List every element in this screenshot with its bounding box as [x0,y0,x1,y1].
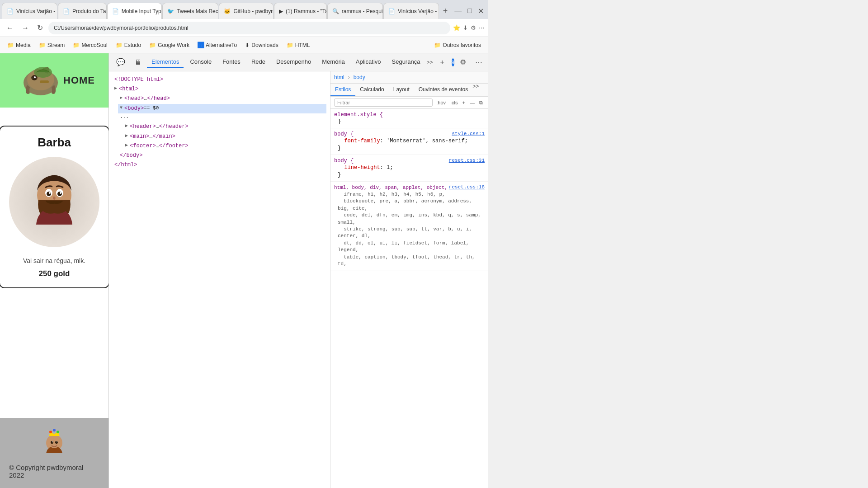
html-line-doctype[interactable]: <!DOCTYPE html> [113,75,326,84]
bookmark-outros[interactable]: 📁 Outros favoritos [430,40,485,50]
devtools-tab-memoria[interactable]: Memória [317,56,349,68]
bookmark-estudo[interactable]: 📁 Estudo [112,40,145,50]
rule-header-reset: html, body, div, span, applet, object, r… [334,184,485,191]
products-grid: Cabelo [18,126,90,288]
html-line-main[interactable]: ▶ <main> … </main> [123,132,326,141]
styles-tab-calculado[interactable]: Calculado [355,84,388,96]
devtools-tab-fontes[interactable]: Fontes [218,56,245,68]
styles-panel: html › body Estilos Calculado Layout Ouv… [330,71,488,488]
styles-tab-layout[interactable]: Layout [389,84,414,96]
address-input[interactable] [48,22,450,34]
tab-7[interactable]: 🔍 rammus - Pesquis... ✕ [327,3,383,19]
rule-selector-element: element.style { [334,112,485,118]
devtools-tab-elementos[interactable]: Elementos [147,56,184,68]
bookmark-mercosoul-icon: 📁 [73,42,80,48]
copy-style-btn[interactable]: ⧉ [477,99,485,107]
tab-3[interactable]: 📄 Mobile Input Type... ✕ [107,3,162,19]
hover-filter-btn[interactable]: :hov [434,99,448,107]
bookmark-googlework-icon: 📁 [149,42,156,48]
bookmark-media[interactable]: 📁 Media [4,40,34,50]
tab-2[interactable]: 📄 Produto do Tatu ✕ [58,3,107,19]
devtools-inspect-btn[interactable]: 💬 [113,56,129,68]
rule-closing-body-font: } [334,145,485,152]
html-line-head[interactable]: ▶ <head> … </head> [118,94,326,103]
bookmark-html-label: HTML [295,42,310,48]
html-line-body-close[interactable]: </body> [118,151,326,160]
tab-6-favicon: ▶ [279,8,283,14]
reload-button[interactable]: ↻ [34,22,46,34]
extensions-icon: ⭐ [453,24,460,31]
back-button[interactable]: ← [4,22,16,34]
rule-source-link[interactable]: style.css:1 [452,131,485,136]
styles-tabs: Estilos Calculado Layout Ouvintes de eve… [330,84,488,97]
devtools-tab-console[interactable]: Console [185,56,216,68]
devtools-more-tabs[interactable]: >> [426,59,433,66]
devtools-settings-btn[interactable]: ⚙ [456,56,470,68]
product-title-barba: Barba [38,136,71,150]
tab-8[interactable]: 📄 Vinícius Varjão - p... ✕ [383,3,439,19]
add-style-btn[interactable]: + [461,99,467,107]
styles-filter-input[interactable] [334,99,433,107]
devtools-tab-desempenho[interactable]: Desempenho [272,56,316,68]
rule-closing-body-lh: } [334,171,485,178]
tab-5[interactable]: 🐱 GitHub - pwdbym... ✕ [219,3,273,19]
html-line-dots: ··· [113,113,326,122]
forward-button[interactable]: → [19,22,32,34]
tab-1[interactable]: 📄 Vinícius Varjão - p... ✕ [2,3,57,19]
tab-7-favicon: 🔍 [332,8,339,14]
style-rule-body-font: body { style.css:1 font-family: 'Montser… [330,128,488,155]
bookmark-downloads[interactable]: ⬇ Downloads [241,40,282,50]
rule-source-link-reset[interactable]: reset.css:31 [449,158,485,163]
class-filter-btn[interactable]: .cls [448,99,460,107]
style-rule-body-lh: body { reset.css:31 line-height: 1; } [330,155,488,182]
arrow-icon: ▶ [125,132,128,140]
new-tab-button[interactable]: + [439,5,452,18]
devtools-device-btn[interactable]: 🖥 [131,56,145,68]
rule-closing-element: } [334,118,485,125]
tab-2-favicon: 📄 [63,8,70,14]
minimize-button[interactable]: — [452,5,464,17]
maximize-button[interactable]: □ [465,5,475,17]
html-line-footer[interactable]: ▶ <footer> … </footer> [123,141,326,151]
styles-more-tabs[interactable]: >> [472,84,479,96]
devtools-tab-seguranca[interactable]: Segurança [387,56,425,68]
bookmark-googlework[interactable]: 📁 Google Work [146,40,193,50]
tab-6[interactable]: ▶ (1) Rammus - "Ta... ✕ [274,3,327,19]
barba-svg [18,166,90,238]
styles-rules-container: element.style { } body { style.css:1 [330,109,488,488]
rule-source-link-reset18[interactable]: reset.css:18 [449,184,485,190]
selector-body[interactable]: body [354,74,365,80]
bookmark-html[interactable]: 📁 HTML [283,40,314,50]
styles-tab-estilos[interactable]: Estilos [330,84,355,96]
bookmark-alternativeto[interactable]: 🅰 AlternativeTo [194,40,241,51]
nav-home[interactable]: HOME [63,75,95,86]
rule-header-body-font: body { style.css:1 [334,131,485,137]
html-line-html[interactable]: ▶ <html> [113,84,326,94]
close-window-button[interactable]: ✕ [475,5,486,17]
selector-html[interactable]: html [334,74,344,80]
svg-point-14 [47,192,51,196]
html-line-html-close[interactable]: </html> [113,160,326,170]
tab-7-title: rammus - Pesquis... [342,8,383,14]
devtools-tab-rede[interactable]: Rede [247,56,270,68]
svg-point-15 [57,192,62,196]
product-desc-barba: Vai sair na régua, mlk. [23,256,85,266]
devtools-close-btn[interactable]: ✕ [488,56,488,68]
tab-4[interactable]: 🐦 Tweets Mais Rece... ✕ [162,3,218,19]
devtools-tab-aplicativo[interactable]: Aplicativo [351,56,386,68]
html-line-header[interactable]: ▶ <header> … </header> [123,122,326,131]
bookmark-stream[interactable]: 📁 Stream [35,40,69,50]
bookmark-googlework-label: Google Work [158,42,189,48]
html-line-body[interactable]: ▼ <body> == $0 [118,104,326,113]
svg-point-28 [49,431,52,433]
remove-style-btn[interactable]: — [468,99,476,107]
devtools-dots-btn[interactable]: ⋯ [472,56,486,68]
tab-6-title: (1) Rammus - "Ta... [286,8,327,14]
styles-tab-ouvintes[interactable]: Ouvintes de eventos [414,84,472,96]
bookmark-stream-label: Stream [47,42,65,48]
browser-window: 📄 Vinícius Varjão - p... ✕ 📄 Produto do … [0,0,488,488]
devtools-toolbar: 💬 🖥 Elementos Console Fontes Rede Desemp… [109,53,488,71]
rule-header-body-lh: body { reset.css:31 [334,158,485,164]
devtools-add-btn[interactable]: + [436,56,448,68]
bookmark-mercosoul[interactable]: 📁 MercoSoul [69,40,111,50]
